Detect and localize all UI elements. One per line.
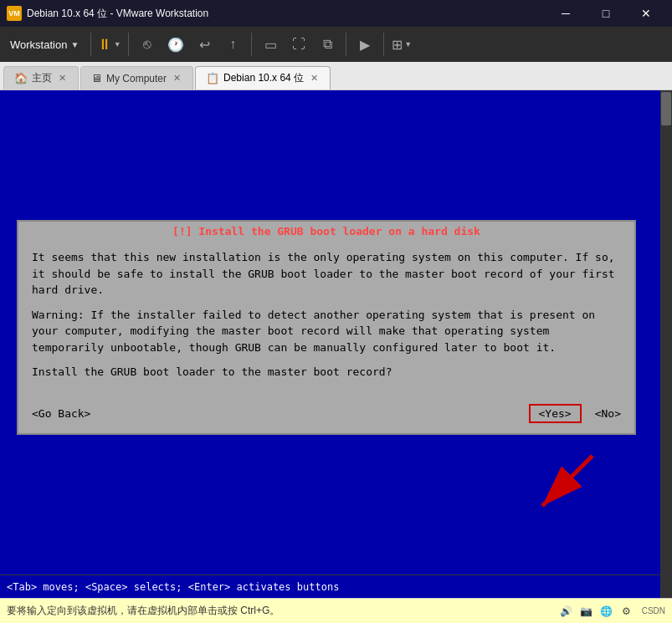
dialog-question: Install the GRUB boot loader to the mast…	[32, 364, 621, 380]
suspend-button[interactable]: ↑	[219, 31, 246, 58]
tab-home[interactable]: 🏠 主页 ✕	[3, 66, 79, 89]
no-button[interactable]: <No>	[595, 407, 621, 420]
bottom-bar-text: 要将输入定向到该虚拟机，请在虚拟机内部单击或按 Ctrl+G。	[7, 604, 280, 618]
settings-icon: ⊞	[392, 37, 403, 53]
home-tab-icon: 🏠	[14, 72, 28, 84]
revert-button[interactable]: ↩	[191, 31, 218, 58]
toolbar-sep-5	[383, 33, 384, 56]
bottom-notification-bar: 要将输入定向到该虚拟机，请在虚拟机内部单击或按 Ctrl+G。 🔊 📷 🌐 ⚙ …	[0, 598, 672, 623]
grub-dialog: [!] Install the GRUB boot loader on a ha…	[17, 220, 636, 435]
tab-mycomputer[interactable]: 🖥 My Computer ✕	[80, 66, 193, 89]
svg-line-1	[542, 456, 592, 506]
csdn-watermark: CSDN	[642, 606, 665, 615]
yes-button[interactable]: <Yes>	[529, 404, 582, 423]
toolbar-group-2: ⎋ 🕐 ↩ ↑	[134, 31, 246, 58]
toolbar-group-1: ⏸ ▼	[96, 31, 123, 58]
toolbar-group-3: ▭ ⛶ ⧉	[257, 31, 341, 58]
maximize-button[interactable]: □	[587, 0, 625, 27]
mycomputer-tab-label: My Computer	[106, 73, 167, 84]
window-title: Debian 10.x 64 位 - VMware Workstation	[27, 7, 546, 21]
view-window-button[interactable]: ▭	[257, 31, 284, 58]
debian-tab-icon: 📋	[206, 72, 219, 84]
red-arrow-annotation	[526, 447, 626, 531]
vmware-icon: VM	[7, 6, 22, 21]
bottom-bar-icons: 🔊 📷 🌐 ⚙ CSDN	[558, 603, 665, 620]
workstation-label: Workstation	[10, 38, 67, 51]
view-unity-button[interactable]: ⧉	[314, 31, 341, 58]
mycomputer-tab-close[interactable]: ✕	[171, 73, 182, 84]
workstation-menu[interactable]: Workstation ▼	[3, 35, 85, 54]
main-container: [!] Install the GRUB boot loader on a ha…	[0, 90, 672, 623]
menu-bar: Workstation ▼ ⏸ ▼ ⎋ 🕐 ↩ ↑ ▭ ⛶ ⧉ ▶ ⊞	[0, 27, 672, 62]
tab-debian[interactable]: 📋 Debian 10.x 64 位 ✕	[195, 66, 331, 89]
pause-icon: ⏸	[97, 36, 112, 54]
toolbar-sep-2	[128, 33, 129, 56]
pause-button[interactable]: ⏸ ▼	[96, 31, 123, 58]
vm-screen[interactable]: [!] Install the GRUB boot loader on a ha…	[0, 90, 672, 598]
vm-status-bar: <Tab> moves; <Space> selects; <Enter> ac…	[0, 574, 660, 598]
toolbar-sep-4	[346, 33, 346, 56]
scrollbar[interactable]	[660, 90, 672, 598]
send-ctrl-alt-del-button[interactable]: ⎋	[134, 31, 161, 58]
title-bar: VM Debian 10.x 64 位 - VMware Workstation…	[0, 0, 672, 27]
home-tab-close[interactable]: ✕	[56, 73, 68, 84]
toolbar-sep-3	[251, 33, 252, 56]
debian-tab-label: Debian 10.x 64 位	[223, 71, 304, 85]
minimize-button[interactable]: ─	[546, 0, 585, 27]
toolbar-group-5: ⊞ ▼	[389, 31, 416, 58]
close-button[interactable]: ✕	[627, 0, 665, 27]
dialog-buttons: <Go Back> <Yes> <No>	[18, 397, 634, 433]
mycomputer-tab-icon: 🖥	[91, 72, 102, 84]
window-controls: ─ □ ✕	[546, 0, 665, 27]
toolbar-group-4: ▶	[351, 31, 378, 58]
scrollbar-thumb[interactable]	[661, 92, 671, 125]
tab-bar: 🏠 主页 ✕ 🖥 My Computer ✕ 📋 Debian 10.x 64 …	[0, 62, 672, 90]
settings-button[interactable]: ⊞ ▼	[389, 31, 416, 58]
console-button[interactable]: ▶	[351, 31, 378, 58]
debian-tab-close[interactable]: ✕	[308, 73, 320, 84]
settings-tray-icon[interactable]: ⚙	[618, 603, 635, 620]
snapshot-button[interactable]: 🕐	[162, 31, 189, 58]
dialog-content: It seems that this new installation is t…	[18, 241, 634, 397]
settings-dropdown-arrow[interactable]: ▼	[403, 40, 413, 49]
toolbar-sep-1	[90, 33, 91, 56]
workstation-dropdown-arrow: ▼	[70, 40, 79, 49]
status-text: <Tab> moves; <Space> selects; <Enter> ac…	[7, 581, 339, 593]
dialog-title: [!] Install the GRUB boot loader on a ha…	[18, 222, 634, 241]
dialog-paragraph-2: Warning: If the installer failed to dete…	[32, 307, 621, 356]
dialog-paragraph-1: It seems that this new installation is t…	[32, 249, 621, 299]
go-back-button[interactable]: <Go Back>	[32, 407, 90, 420]
view-fullscreen-button[interactable]: ⛶	[285, 31, 312, 58]
volume-icon[interactable]: 🔊	[558, 603, 575, 620]
network-icon[interactable]: 🌐	[598, 603, 615, 620]
pause-dropdown-arrow[interactable]: ▼	[112, 40, 123, 49]
home-tab-label: 主页	[32, 71, 52, 85]
camera-icon[interactable]: 📷	[578, 603, 595, 620]
